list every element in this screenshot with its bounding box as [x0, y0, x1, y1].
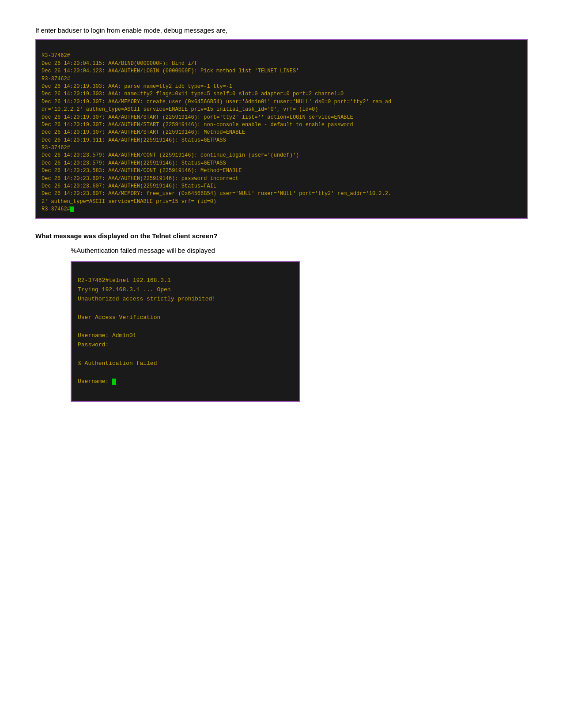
cursor [70, 206, 74, 212]
telnet-terminal-content: R2-37462#telnet 192.168.3.1 Trying 192.1… [78, 277, 215, 385]
answer-text: %Authentication failed message will be d… [71, 247, 528, 254]
telnet-cursor [112, 379, 116, 385]
debug-terminal: R3-37462# Dec 26 14:20:04.115: AAA/BIND(… [35, 39, 528, 219]
question-text: What message was displayed on the Telnet… [35, 232, 528, 240]
question-section: What message was displayed on the Telnet… [35, 232, 528, 402]
debug-terminal-content: R3-37462# Dec 26 14:20:04.115: AAA/BIND(… [42, 53, 391, 212]
intro-text: If enter baduser to login from enable mo… [35, 26, 528, 34]
telnet-terminal: R2-37462#telnet 192.168.3.1 Trying 192.1… [71, 261, 300, 402]
